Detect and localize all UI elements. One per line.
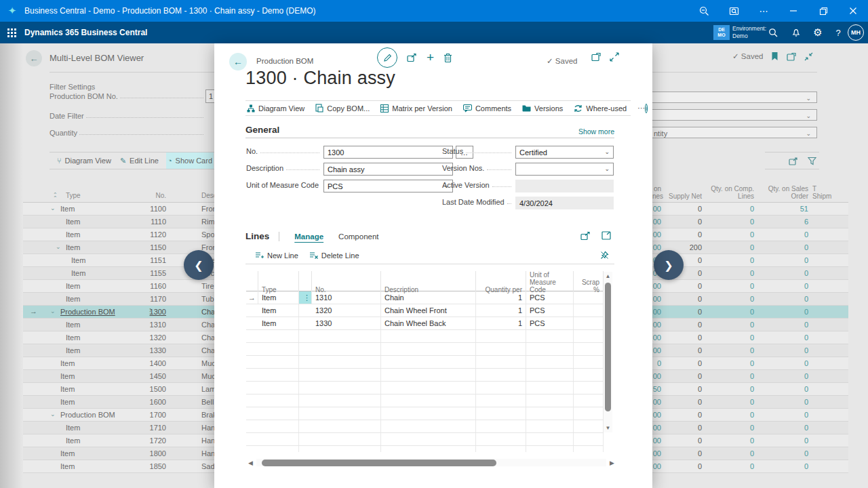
table-row[interactable]: 00 0 0 0 — [652, 331, 848, 344]
table-row[interactable]: 00 0 0 0 — [652, 396, 848, 409]
table-row[interactable]: 00 0 0 0 — [652, 306, 848, 319]
qty-link[interactable]: 00 — [652, 218, 661, 226]
open-in-window-icon[interactable] — [591, 52, 601, 62]
qty-comp-lines-link[interactable]: 0 — [702, 295, 754, 303]
qty-comp-lines-link[interactable]: 0 — [702, 256, 754, 264]
table-row[interactable]: → ⌄ Item ⋮ 1150 Fron — [23, 241, 214, 254]
qty-link[interactable]: 50 — [652, 385, 661, 393]
collapse-all-icon[interactable]: ⌃⌃ — [53, 193, 58, 200]
back-arrow-icon[interactable]: ← — [26, 50, 42, 66]
qty-sales-order-link[interactable]: 0 — [754, 295, 808, 303]
qty-sales-order-link[interactable]: 0 — [754, 411, 808, 419]
table-row[interactable]: → ⌄ Item ⋮ 1800 Han — [23, 447, 214, 460]
table-row[interactable]: → ⌄ Item ⋮ 1500 Lam — [23, 383, 214, 396]
qty-link[interactable]: 00 — [652, 398, 661, 406]
qty-sales-order-link[interactable]: 0 — [754, 321, 808, 329]
status-select[interactable]: Certified⌄ — [515, 146, 614, 159]
qty-link[interactable]: 00 — [652, 295, 661, 303]
diagram-view-button[interactable]: ⑂ Diagram View — [56, 152, 113, 169]
chevron-down-icon[interactable]: ⌄ — [50, 411, 56, 418]
filter-funnel-icon[interactable] — [808, 157, 816, 165]
table-row[interactable]: 00 0 0 0 — [652, 447, 848, 460]
share-icon[interactable] — [580, 231, 591, 241]
unpin-icon[interactable] — [600, 251, 609, 260]
edit-line-button[interactable]: ✎ Edit Line — [119, 152, 160, 169]
collapse-icon[interactable] — [804, 52, 813, 61]
matrix-per-version-action[interactable]: Matrix per Version — [380, 104, 452, 113]
qty-sales-order-link[interactable]: 0 — [754, 449, 808, 458]
table-row[interactable]: 00 0 0 0 — [652, 434, 848, 447]
qty-sales-order-link[interactable]: 0 — [754, 308, 808, 316]
diagram-view-action[interactable]: Diagram View — [247, 104, 304, 113]
notifications-bell-icon[interactable] — [785, 22, 807, 43]
qty-comp-lines-link[interactable]: 0 — [702, 359, 754, 367]
help-icon[interactable]: ? — [827, 22, 849, 43]
qty-link[interactable]: 00 — [652, 282, 661, 290]
search-icon[interactable] — [762, 22, 784, 43]
new-line-button[interactable]: New Line — [255, 251, 298, 260]
horizontal-scrollbar[interactable]: ◀ ▶ — [248, 458, 614, 467]
tab-component[interactable]: Component — [338, 232, 378, 241]
table-row[interactable]: 00 200 0 0 — [652, 241, 848, 254]
description-input[interactable]: Chain assy — [323, 163, 453, 176]
where-used-action[interactable]: Where-used — [574, 104, 627, 113]
table-row[interactable]: → ⌄ Item ⋮ 1330 Cha — [23, 344, 214, 357]
share-icon[interactable] — [789, 157, 798, 165]
qty-sales-order-link[interactable]: 51 — [754, 205, 808, 213]
table-row[interactable]: → ⌄ Item ⋮ 1160 Tire — [23, 280, 214, 293]
line-row[interactable]: → ⋮ — [246, 420, 604, 433]
table-row[interactable]: → ⌄ Item ⋮ 1120 Spo — [23, 228, 214, 241]
line-row[interactable]: → ⋮ — [246, 343, 604, 356]
qty-sales-order-link[interactable]: 0 — [754, 256, 808, 264]
delete-line-button[interactable]: Delete Line — [309, 251, 359, 260]
open-in-window-icon[interactable] — [787, 52, 796, 61]
qty-sales-order-link[interactable]: 0 — [754, 230, 808, 239]
edit-button[interactable] — [377, 47, 397, 68]
qty-sales-order-link[interactable]: 0 — [754, 436, 808, 445]
environment-badge[interactable]: DE MO — [713, 25, 730, 40]
qty-comp-lines-link[interactable]: 0 — [702, 449, 754, 458]
qty-link[interactable]: 0 — [652, 359, 661, 367]
browser-more-icon[interactable]: ⋯ — [749, 0, 778, 22]
qty-link[interactable]: 00 — [652, 321, 661, 329]
table-row[interactable]: → ⌄ Item ⋮ 1600 Bell — [23, 396, 214, 409]
scrollbar-thumb[interactable] — [262, 460, 496, 466]
restore-window-icon[interactable] — [808, 0, 838, 22]
qty-comp-lines-link[interactable]: 0 — [702, 385, 754, 393]
back-arrow-icon[interactable]: ← — [229, 53, 247, 70]
qty-sales-order-link[interactable]: 0 — [754, 282, 808, 290]
more-actions-icon[interactable]: ⋯ — [637, 104, 645, 113]
uom-select[interactable]: PCS⌄ — [323, 180, 453, 192]
qty-link[interactable]: 00 — [652, 411, 661, 419]
table-row[interactable]: → ⌄ Item ⋮ 1400 Muc — [23, 357, 214, 370]
line-row[interactable]: → ⋮ — [246, 407, 604, 420]
qty-link[interactable]: 00 — [652, 333, 661, 342]
qty-sales-order-link[interactable]: 0 — [754, 333, 808, 342]
qty-comp-lines-link[interactable]: 0 — [702, 230, 754, 239]
line-row[interactable]: → ⋮ — [246, 433, 604, 446]
qty-comp-lines-link[interactable]: 0 — [702, 205, 754, 213]
table-row[interactable]: → ⌄ Production BOM ⋮ 1700 Brak — [23, 409, 214, 422]
zoom-out-icon[interactable] — [689, 0, 719, 22]
no-input[interactable]: 1300 — [323, 146, 453, 159]
prev-record-button[interactable]: ❮ — [184, 250, 214, 280]
qty-link[interactable]: 00 — [652, 346, 661, 354]
share-button[interactable] — [407, 53, 417, 62]
table-row[interactable]: 00 0 0 51 — [652, 203, 848, 216]
next-record-button[interactable]: ❯ — [654, 250, 684, 280]
line-row[interactable]: → ⋮ — [246, 356, 604, 369]
comments-action[interactable]: Comments — [463, 104, 511, 113]
line-row[interactable]: → ⋮ — [246, 369, 604, 382]
table-row[interactable]: → ⌄ Production BOM ⋮ 1300 Cha — [23, 306, 214, 319]
table-row[interactable]: → ⌄ Item ⋮ 1110 Rim — [23, 216, 214, 228]
new-button[interactable]: + — [427, 50, 434, 65]
table-row[interactable]: 50 0 0 0 — [652, 383, 848, 396]
qty-sales-order-link[interactable]: 0 — [754, 372, 808, 380]
qty-link[interactable]: 00 — [652, 436, 661, 445]
chevron-down-icon[interactable]: ⌄ — [56, 243, 61, 250]
table-row[interactable]: 00 0 0 0 — [652, 409, 848, 422]
copy-bom-action[interactable]: Copy BOM... — [315, 104, 370, 113]
qty-comp-lines-link[interactable]: 0 — [702, 243, 754, 251]
table-row[interactable]: 00 0 0 0 — [652, 280, 848, 293]
chevron-down-icon[interactable]: ⌄ — [50, 308, 56, 314]
